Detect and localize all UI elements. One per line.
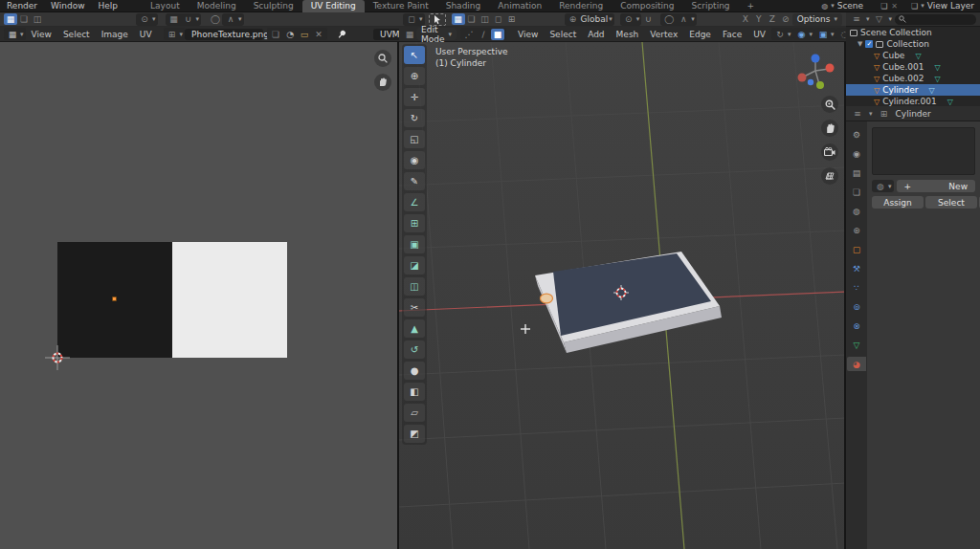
tab-texture-paint[interactable]: Texture Paint <box>365 0 437 12</box>
tool-rotate[interactable]: ↻ <box>404 109 425 127</box>
vp-menu-edge[interactable]: Edge <box>683 30 717 39</box>
outliner-row-scene-collection[interactable]: Scene Collection <box>846 27 980 38</box>
add-workspace-button[interactable]: + <box>739 0 764 12</box>
tab-view-layer[interactable]: ❏ <box>847 185 866 199</box>
unlink-image-icon[interactable]: ✕ <box>312 29 325 40</box>
tool-bevel[interactable]: ◪ <box>404 256 425 274</box>
material-slot-list[interactable] <box>872 127 975 175</box>
mode-dropdown[interactable]: Edit Mode ▾ <box>416 28 457 40</box>
material-browse-dropdown[interactable]: ◍ ▾ <box>872 180 894 192</box>
face-select-button[interactable]: ■ <box>491 29 504 40</box>
tool-cursor[interactable]: ⊕ <box>404 67 425 85</box>
tool-shear[interactable]: ▱ <box>404 404 425 422</box>
uv-pivot-dropdown[interactable]: ⊙ ▾ <box>136 13 158 26</box>
tab-shading[interactable]: Shading <box>437 0 490 12</box>
tool-transform[interactable]: ◉ <box>404 151 425 169</box>
tool-measure[interactable]: ∠ <box>404 193 425 211</box>
select-mode-box-button[interactable]: ❏ <box>465 13 479 25</box>
uv-falloff-dropdown[interactable]: ∧ ▾ <box>222 13 244 26</box>
overlays-dropdown[interactable]: ◉ ▾ <box>793 28 815 40</box>
editor-type-icon[interactable]: ▦ <box>403 29 416 40</box>
menu-window[interactable]: Window <box>44 1 92 11</box>
tab-scripting[interactable]: Scripting <box>683 0 739 12</box>
tab-compositing[interactable]: Compositing <box>612 0 682 12</box>
tab-render[interactable]: ◉ <box>847 146 866 161</box>
gizmos-dropdown[interactable]: ↻ ▾ <box>771 28 793 40</box>
outliner-row-cube-002[interactable]: ▽ Cube.002 ▽ <box>846 73 980 84</box>
tab-animation[interactable]: Animation <box>489 0 550 12</box>
xray-toggle[interactable]: ▣ ▾ <box>814 28 836 40</box>
pan-hand-icon[interactable] <box>821 120 838 137</box>
outliner-row-cube-001[interactable]: ▽ Cube.001 ▽ <box>846 61 980 73</box>
tool-scale[interactable]: ◱ <box>404 130 425 148</box>
tab-rendering[interactable]: Rendering <box>550 0 612 12</box>
tool-move[interactable]: ✛ <box>404 88 425 106</box>
tool-poly-build[interactable]: ▲ <box>404 319 425 338</box>
tab-physics[interactable]: ⊚ <box>847 299 866 314</box>
outliner-row-collection[interactable]: ▼ ✓ Collection <box>846 38 980 50</box>
unlink-scene-icon[interactable]: ✕ <box>891 2 898 11</box>
tab-material[interactable]: ◕ <box>847 357 866 371</box>
uv-menu-uv[interactable]: UV <box>134 30 158 39</box>
magnet-icon[interactable]: ∪ <box>641 13 655 25</box>
tool-edge-slide[interactable]: ◧ <box>404 383 425 401</box>
uv-cursor-tool-button[interactable]: ◫ <box>31 13 44 25</box>
tab-world[interactable]: ⊛ <box>847 223 866 237</box>
properties-editor-type-icon[interactable]: ≡ <box>851 108 864 120</box>
outliner-row-cube[interactable]: ▽ Cube ▽ <box>846 50 980 61</box>
display-mode-icon[interactable]: ≡ <box>850 13 863 25</box>
mirror-x-button[interactable]: X <box>739 13 752 25</box>
uv-canvas[interactable] <box>0 42 399 549</box>
options-dropdown[interactable]: Options ▾ <box>792 13 842 26</box>
vp-menu-view[interactable]: View <box>512 30 544 39</box>
uv-select-box-tool-button[interactable]: ❏ <box>17 13 31 25</box>
image-browse-dropdown[interactable]: ⊞ ▾ <box>164 28 186 40</box>
tool-knife[interactable]: ✂ <box>404 298 425 317</box>
uv-editor-type-button[interactable]: ▦ ▾ <box>4 28 26 40</box>
camera-view-icon[interactable] <box>821 143 838 161</box>
uv-menu-view[interactable]: View <box>26 30 57 39</box>
assign-button[interactable]: Assign <box>872 196 924 209</box>
tab-sculpting[interactable]: Sculpting <box>245 0 302 12</box>
tab-modifiers[interactable]: ⚒ <box>847 261 866 275</box>
tool-smooth[interactable]: ● <box>404 362 425 380</box>
tab-uv-editing[interactable]: UV Editing <box>302 0 365 12</box>
vp-menu-face[interactable]: Face <box>717 30 747 39</box>
filter-icon[interactable]: ▽ <box>873 13 886 25</box>
menu-help[interactable]: Help <box>92 1 125 11</box>
tab-scene[interactable]: ◍ <box>847 204 866 218</box>
uv-proportional-editing-button[interactable]: ◯ <box>209 13 222 25</box>
pan-hand-icon[interactable] <box>374 74 391 91</box>
tool-select-box[interactable]: ↖ <box>404 46 425 64</box>
selected-uv-vertex[interactable] <box>112 296 117 301</box>
orthographic-toggle-icon[interactable] <box>821 167 838 185</box>
menu-render[interactable]: Render <box>0 1 44 11</box>
viewport-canvas[interactable]: User Perspective (1) Cylinder ↖ ⊕ ✛ ↻ ◱ … <box>399 42 846 549</box>
tab-output[interactable]: ▤ <box>847 165 866 180</box>
collection-checkbox[interactable]: ✓ <box>865 40 873 48</box>
tab-modeling[interactable]: Modeling <box>189 0 245 12</box>
tool-loop-cut[interactable]: ◫ <box>404 277 425 296</box>
tab-object[interactable]: ▢ <box>847 242 866 256</box>
vp-menu-uv[interactable]: UV <box>747 30 771 39</box>
edge-select-button[interactable]: ∕ <box>477 29 490 40</box>
scene-selector[interactable]: ◍ ▾ Scene <box>821 1 863 11</box>
tab-constraints[interactable]: ⊗ <box>847 318 866 333</box>
tool-extrude-region[interactable]: ⊞ <box>404 214 425 232</box>
vp-menu-select[interactable]: Select <box>544 30 582 39</box>
select-button[interactable]: Select <box>925 196 977 209</box>
zoom-icon[interactable] <box>821 96 838 113</box>
select-mode-circle-button[interactable]: ◫ <box>479 13 492 25</box>
tool-annotate[interactable]: ✎ <box>404 172 425 190</box>
zoom-icon[interactable] <box>374 50 391 67</box>
vertex-select-button[interactable]: ⋰ <box>462 29 476 40</box>
new-material-button[interactable]: + New <box>897 180 975 192</box>
uv-tweak-tool-button[interactable]: ▦ <box>4 13 17 25</box>
select-mode-tweak-button[interactable]: ▦ <box>452 13 465 25</box>
tab-tool[interactable]: ⚙ <box>847 127 866 142</box>
select-mode-lasso-button[interactable]: ◻ <box>492 13 505 25</box>
navigation-gizmo[interactable] <box>794 50 836 92</box>
new-scene-icon[interactable]: ❏ <box>880 2 887 11</box>
folder-open-icon[interactable]: ▭ <box>298 29 311 40</box>
outliner-search-input[interactable] <box>895 14 976 25</box>
